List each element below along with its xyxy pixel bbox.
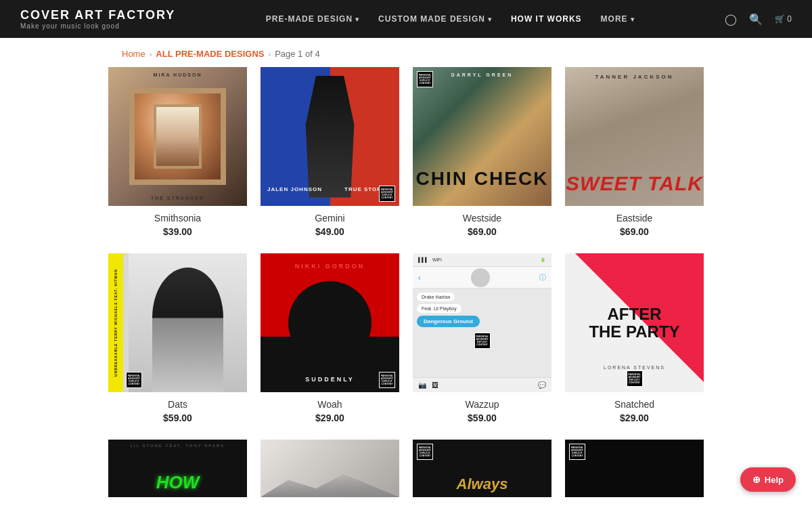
breadcrumb-sep2: › xyxy=(268,50,271,58)
chevron-down-icon: ▾ xyxy=(631,16,635,23)
chevron-down-icon: ▾ xyxy=(488,16,492,23)
westside-artist: DARRYL GREEN xyxy=(413,72,551,77)
product-image-wazzup[interactable]: ▌▌▌ WiFi 🔋 ‹ ⓘ Dr xyxy=(413,253,551,392)
logo[interactable]: COVER ART FACTORY Make your music look g… xyxy=(20,8,175,30)
wazzup-title: Dangerous Ground xyxy=(417,316,480,327)
product-price-westside: $69.00 xyxy=(413,226,551,237)
product-name-dats: Dats xyxy=(108,399,247,410)
help-icon: ⊕ xyxy=(752,474,761,485)
product-grid: MIRA HUDSON THE STRANGER Smithsonia $39.… xyxy=(108,67,704,497)
product-price-dats: $59.00 xyxy=(108,412,247,423)
help-label: Help xyxy=(765,475,784,485)
breadcrumb-sep1: › xyxy=(150,50,152,58)
breadcrumb-all-designs[interactable]: ALL PRE-MADE DESIGNS xyxy=(156,49,264,59)
product-card-gemini[interactable]: JALEN JOHNSON TRUE STORIES PARENTAL ADVI… xyxy=(261,67,399,237)
product-name-gemini: Gemini xyxy=(261,213,399,224)
dats-advisory: PARENTAL ADVISORY EXPLICIT CONTENT xyxy=(126,372,142,388)
header-icons: ◯ 🔍 🛒 0 xyxy=(725,13,792,26)
woah-artist: NIKKI GORDON xyxy=(261,263,399,270)
account-icon[interactable]: ◯ xyxy=(725,13,737,26)
bottom3-advisory: PARENTAL ADVISORY EXPLICIT CONTENT xyxy=(417,444,433,460)
product-card-bottom3[interactable]: PARENTAL ADVISORY EXPLICIT CONTENT Alway… xyxy=(413,440,551,497)
eastside-title: SWEET TALK xyxy=(565,172,704,195)
smithsonia-artist: MIRA HUDSON xyxy=(108,72,247,77)
logo-title: COVER ART FACTORY xyxy=(20,8,175,22)
product-card-bottom2[interactable] xyxy=(261,440,399,497)
product-image-snatched[interactable]: AFTERTHE PARTY LORENA STEVENS PARENTAL A… xyxy=(565,253,704,392)
product-image-eastside[interactable]: TANNER JACKSON SWEET TALK xyxy=(565,67,704,206)
chevron-down-icon: ▾ xyxy=(355,16,359,23)
product-image-bottom1[interactable]: LIL STONE FEAT. TONY SPARX HOW xyxy=(108,440,247,497)
nav-how-it-works[interactable]: HOW IT WORKS xyxy=(511,14,582,24)
product-card-westside[interactable]: DARRYL GREEN CHIN CHECK PARENTAL ADVISOR… xyxy=(413,67,551,237)
product-name-woah: Woah xyxy=(261,399,399,410)
product-card-eastside[interactable]: TANNER JACKSON SWEET TALK Eastside $69.0… xyxy=(565,67,704,237)
nav-custom-made-design[interactable]: CUSTOM MADE DESIGN ▾ xyxy=(378,14,492,24)
product-name-westside: Westside xyxy=(413,213,551,224)
product-name-wazzup: Wazzup xyxy=(413,399,551,410)
product-grid-area: MIRA HUDSON THE STRANGER Smithsonia $39.… xyxy=(0,67,812,508)
bottom3-title: Always xyxy=(413,475,551,493)
westside-title: CHIN CHECK xyxy=(413,168,551,190)
breadcrumb-page-info: Page 1 of 4 xyxy=(275,49,320,59)
product-price-gemini: $49.00 xyxy=(261,226,399,237)
bottom1-title: HOW xyxy=(108,472,247,493)
product-card-bottom4[interactable]: PARENTAL ADVISORY EXPLICIT CONTENT xyxy=(565,440,704,497)
logo-subtitle: Make your music look good xyxy=(20,22,120,30)
snatched-advisory: PARENTAL ADVISORY EXPLICIT CONTENT xyxy=(627,371,643,387)
bottom1-artist: LIL STONE FEAT. TONY SPARX xyxy=(108,444,247,448)
nav-premade-design[interactable]: PRE-MADE DESIGN ▾ xyxy=(266,14,359,24)
product-image-westside[interactable]: DARRYL GREEN CHIN CHECK PARENTAL ADVISOR… xyxy=(413,67,551,206)
product-name-snatched: Snatched xyxy=(565,399,704,410)
wazzup-messages: Drake Harlow Feat. Lil Playboy Dangerous… xyxy=(413,289,551,377)
woah-advisory: PARENTAL ADVISORY EXPLICIT CONTENT xyxy=(379,372,395,388)
breadcrumb: Home › ALL PRE-MADE DESIGNS › Page 1 of … xyxy=(0,38,812,67)
product-price-wazzup: $59.00 xyxy=(413,412,551,423)
header: COVER ART FACTORY Make your music look g… xyxy=(0,0,812,38)
product-price-woah: $29.00 xyxy=(261,412,399,423)
wazzup-sender: Drake Harlow xyxy=(417,293,455,301)
product-card-smithsonia[interactable]: MIRA HUDSON THE STRANGER Smithsonia $39.… xyxy=(108,67,247,237)
product-card-wazzup[interactable]: ▌▌▌ WiFi 🔋 ‹ ⓘ Dr xyxy=(413,253,551,423)
product-card-dats[interactable]: UNBREAKABLE TERRY MICHAELS FEAT. HITMAN … xyxy=(108,253,247,423)
snatched-artist: LORENA STEVENS xyxy=(565,365,704,370)
product-name-smithsonia: Smithsonia xyxy=(108,213,247,224)
smithsonia-title: THE STRANGER xyxy=(108,196,247,200)
search-icon[interactable]: 🔍 xyxy=(749,13,763,26)
cart-icon[interactable]: 🛒 0 xyxy=(775,14,792,24)
snatched-title: AFTERTHE PARTY xyxy=(579,305,690,341)
eastside-artist: TANNER JACKSON xyxy=(565,74,704,80)
product-image-smithsonia[interactable]: MIRA HUDSON THE STRANGER xyxy=(108,67,247,206)
dats-side-text: UNBREAKABLE TERRY MICHAELS FEAT. HITMAN xyxy=(114,269,118,377)
nav-more[interactable]: MORE ▾ xyxy=(601,14,635,24)
product-image-bottom3[interactable]: PARENTAL ADVISORY EXPLICIT CONTENT Alway… xyxy=(413,440,551,497)
bottom4-advisory: PARENTAL ADVISORY EXPLICIT CONTENT xyxy=(569,444,585,460)
westside-advisory: PARENTAL ADVISORY EXPLICIT CONTENT xyxy=(417,71,433,87)
product-card-woah[interactable]: NIKKI GORDON SUDDENLY PARENTAL ADVISORY … xyxy=(261,253,399,423)
product-card-snatched[interactable]: AFTERTHE PARTY LORENA STEVENS PARENTAL A… xyxy=(565,253,704,423)
wazzup-status-bar: ▌▌▌ WiFi 🔋 xyxy=(413,253,551,267)
product-price-smithsonia: $39.00 xyxy=(108,226,247,237)
wazzup-feat: Feat. Lil Playboy xyxy=(417,304,461,313)
product-image-dats[interactable]: UNBREAKABLE TERRY MICHAELS FEAT. HITMAN … xyxy=(108,253,247,392)
product-name-eastside: Eastside xyxy=(565,213,704,224)
gemini-artist-left: JALEN JOHNSON xyxy=(267,186,322,192)
product-image-bottom4[interactable]: PARENTAL ADVISORY EXPLICIT CONTENT xyxy=(565,440,704,497)
product-image-bottom2[interactable] xyxy=(261,440,399,497)
help-button[interactable]: ⊕ Help xyxy=(740,467,796,492)
product-image-gemini[interactable]: JALEN JOHNSON TRUE STORIES PARENTAL ADVI… xyxy=(261,67,399,206)
product-card-bottom1[interactable]: LIL STONE FEAT. TONY SPARX HOW xyxy=(108,440,247,497)
product-price-eastside: $69.00 xyxy=(565,226,704,237)
product-price-snatched: $29.00 xyxy=(565,412,704,423)
gemini-advisory: PARENTAL ADVISORY EXPLICIT CONTENT xyxy=(379,186,395,202)
breadcrumb-home[interactable]: Home xyxy=(122,49,145,59)
main-nav: PRE-MADE DESIGN ▾ CUSTOM MADE DESIGN ▾ H… xyxy=(266,14,635,24)
product-image-woah[interactable]: NIKKI GORDON SUDDENLY PARENTAL ADVISORY … xyxy=(261,253,399,392)
